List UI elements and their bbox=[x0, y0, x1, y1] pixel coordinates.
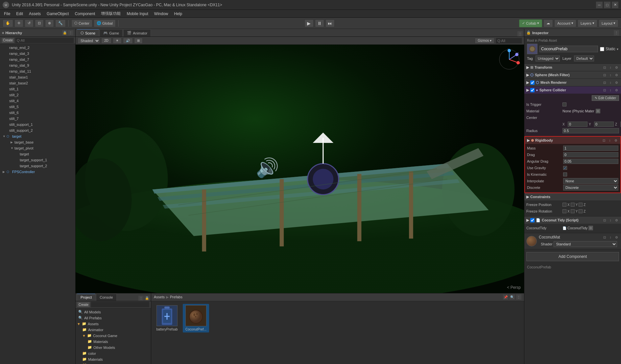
scene-search-input[interactable] bbox=[496, 38, 522, 44]
list-item[interactable]: stilt_7 bbox=[0, 116, 75, 122]
coconut-mat-settings-icon[interactable]: ⚙ bbox=[614, 235, 619, 240]
list-item[interactable]: stilt_6 bbox=[0, 110, 75, 116]
coconut-tidy-settings-icon[interactable]: ⚙ bbox=[614, 217, 619, 223]
mesh-renderer-enabled-checkbox[interactable] bbox=[530, 80, 535, 85]
list-item[interactable]: target bbox=[0, 151, 75, 157]
menu-gameobject[interactable]: GameObject bbox=[44, 11, 71, 17]
scene-gizmo-widget[interactable]: Y X Z bbox=[498, 48, 521, 71]
breadcrumb-prefabs[interactable]: Prefabs bbox=[170, 295, 182, 299]
freeze-rot-z-checkbox[interactable] bbox=[579, 209, 583, 213]
lighting-icon[interactable]: ☀ bbox=[113, 38, 122, 44]
play-button[interactable]: ▶ bbox=[304, 19, 314, 27]
list-item[interactable]: ramp_slat_9 bbox=[0, 62, 75, 68]
hand-tool[interactable]: ✋ bbox=[3, 19, 13, 27]
list-item-fpscontroller[interactable]: ▶ ⬡FPSController bbox=[0, 169, 75, 175]
menu-component[interactable]: Component bbox=[72, 11, 98, 17]
project-item-animatior[interactable]: 📁 Animatior bbox=[76, 327, 151, 333]
edit-collider-button[interactable]: ✎ Edit Collider bbox=[592, 95, 619, 101]
assets-more-icon[interactable]: ⋮ bbox=[516, 294, 521, 300]
mass-input[interactable] bbox=[563, 146, 618, 151]
menu-file[interactable]: File bbox=[1, 11, 13, 17]
list-item[interactable]: ▼target_pivot bbox=[0, 145, 75, 151]
project-item-color[interactable]: 📁 color bbox=[76, 351, 151, 356]
drag-input[interactable] bbox=[563, 152, 618, 157]
list-item[interactable]: stilt_support_1 bbox=[0, 122, 75, 127]
sphere-collider-enabled-checkbox[interactable] bbox=[530, 88, 535, 92]
menu-enhanced[interactable]: 增强版功能 bbox=[98, 10, 123, 17]
transform-header[interactable]: ▶ ⊞ Transform ⊡ ↕ ⚙ bbox=[524, 64, 621, 71]
project-item-materials[interactable]: 📁 Materials bbox=[76, 339, 151, 345]
scale-tool[interactable]: ⊡ bbox=[35, 19, 44, 27]
list-item[interactable]: ramp_end_2 bbox=[0, 45, 75, 51]
sphere-collider-reference-icon[interactable]: ⊡ bbox=[602, 87, 607, 93]
project-item-coconut-game[interactable]: ▼ 📁 Coconut Game bbox=[76, 333, 151, 339]
mesh-filter-reference-icon[interactable]: ⊡ bbox=[602, 72, 607, 78]
menu-mobileinput[interactable]: Mobile Input bbox=[124, 11, 151, 17]
layer-select[interactable]: Default bbox=[574, 56, 594, 61]
hierarchy-create-button[interactable]: Create bbox=[1, 37, 14, 43]
project-panel-lock-icon[interactable]: 🔒 bbox=[144, 296, 150, 301]
asset-item-battery[interactable]: batteryPrefsab bbox=[154, 304, 180, 332]
project-create-button[interactable]: Create bbox=[77, 302, 90, 307]
minimize-button[interactable]: ─ bbox=[596, 2, 603, 8]
collab-button[interactable]: ✓ Collab ▾ bbox=[519, 19, 542, 27]
hierarchy-search-input[interactable] bbox=[15, 37, 74, 43]
tag-select[interactable]: Untagged bbox=[536, 56, 560, 61]
coconut-tidy-header[interactable]: ▶ 📄 Coconut Tidy (Script) ⊡ ↕ ⚙ bbox=[524, 216, 621, 224]
cloud-button[interactable]: ☁ bbox=[543, 19, 553, 27]
list-item[interactable]: ▶target_base bbox=[0, 139, 75, 145]
use-gravity-checkbox[interactable]: ✓ bbox=[563, 166, 567, 170]
is-kinematic-checkbox[interactable] bbox=[563, 172, 567, 176]
list-item-target[interactable]: ▼ ⬡target bbox=[0, 133, 75, 139]
freeze-rot-x-checkbox[interactable] bbox=[562, 209, 566, 213]
shader-select[interactable]: Standard bbox=[554, 241, 617, 247]
sphere-collider-prefab-icon[interactable]: ↕ bbox=[608, 87, 613, 93]
pause-button[interactable]: ⏸ bbox=[315, 19, 324, 27]
add-component-button[interactable]: Add Component bbox=[526, 252, 619, 261]
coconut-tidy-prefab-icon[interactable]: ↕ bbox=[608, 217, 613, 223]
coconut-mat-prefab-icon[interactable]: ↕ bbox=[608, 235, 613, 240]
coconut-tidy-enabled-checkbox[interactable] bbox=[530, 218, 535, 222]
script-picker-icon[interactable]: ⊙ bbox=[588, 226, 593, 230]
freeze-rot-y-checkbox[interactable] bbox=[571, 209, 575, 213]
center-pivot-button[interactable]: ⬡ Center bbox=[71, 19, 92, 27]
rigidbody-reference-icon[interactable]: ⊡ bbox=[601, 138, 607, 143]
transform-reference-icon[interactable]: ⊡ bbox=[602, 65, 607, 70]
layout-dropdown[interactable]: Layout ▾ bbox=[599, 19, 618, 27]
list-item[interactable]: ramp_slat_3 bbox=[0, 51, 75, 57]
mesh-renderer-settings-icon[interactable]: ⚙ bbox=[614, 80, 619, 85]
project-item-materials2[interactable]: 📁 Materials bbox=[76, 356, 151, 362]
mesh-renderer-prefab-icon[interactable]: ↕ bbox=[608, 80, 613, 85]
hierarchy-more-icon[interactable]: ⋮ bbox=[68, 30, 73, 35]
project-search-input[interactable] bbox=[91, 302, 150, 307]
static-checkbox[interactable] bbox=[600, 47, 604, 51]
mesh-renderer-reference-icon[interactable]: ⊡ bbox=[602, 80, 607, 85]
sphere-collider-header[interactable]: ▶ ● Sphere Collider ⊡ ↕ ⚙ bbox=[524, 86, 621, 94]
list-item[interactable]: ramp_slat_7 bbox=[0, 57, 75, 62]
project-item-all-prefabs[interactable]: 🔍 All Prefabs bbox=[76, 315, 151, 321]
project-item-assets[interactable]: ▼ 📁 Assets bbox=[76, 321, 151, 327]
coconut-tidy-reference-icon[interactable]: ⊡ bbox=[602, 217, 607, 223]
freeze-pos-y-checkbox[interactable] bbox=[571, 203, 575, 207]
list-item[interactable]: target_support_1 bbox=[0, 157, 75, 163]
rigidbody-prefab-icon[interactable]: ↕ bbox=[607, 138, 612, 143]
list-item[interactable]: stair_base1 bbox=[0, 74, 75, 80]
assets-search-icon[interactable]: 🔍 bbox=[510, 294, 515, 300]
mesh-filter-header[interactable]: ▶ ⬡ Sphere (Mesh Filter) ⊡ ↕ ⚙ bbox=[524, 71, 621, 79]
rigidbody-header[interactable]: ▶ ⊛ Rigidbody ⊡ ↕ ⚙ bbox=[525, 137, 620, 144]
rotate-tool[interactable]: ↺ bbox=[25, 19, 34, 27]
material-picker-icon[interactable]: ⊙ bbox=[596, 109, 600, 113]
object-name-input[interactable] bbox=[539, 46, 598, 52]
list-item[interactable]: target_support_2 bbox=[0, 163, 75, 169]
rect-tool[interactable]: ⊕ bbox=[45, 19, 54, 27]
tab-project[interactable]: Project bbox=[77, 294, 95, 301]
transform-prefab-icon[interactable]: ↕ bbox=[608, 65, 613, 70]
move-tool[interactable]: ✛ bbox=[14, 19, 23, 27]
close-button[interactable]: ✕ bbox=[612, 2, 618, 8]
breadcrumb-assets[interactable]: Assets bbox=[154, 295, 165, 299]
list-item[interactable]: stilt_1 bbox=[0, 86, 75, 92]
menu-help[interactable]: Help bbox=[172, 11, 185, 17]
mesh-filter-prefab-icon[interactable]: ↕ bbox=[608, 72, 613, 78]
transform-settings-icon[interactable]: ⚙ bbox=[614, 65, 619, 70]
scene-view[interactable]: 🔊 bbox=[76, 45, 524, 293]
